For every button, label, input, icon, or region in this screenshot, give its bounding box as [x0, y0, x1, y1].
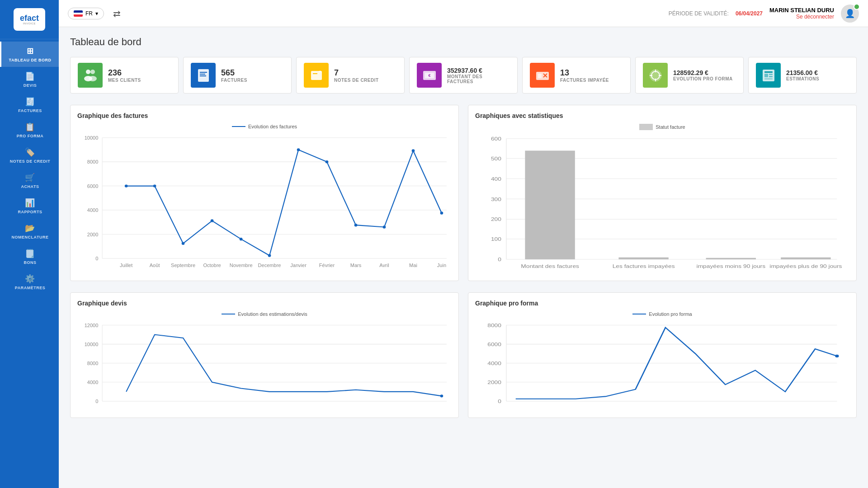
clients-icon-box: [78, 63, 103, 88]
chart-proforma-title: Graphique pro forma: [475, 300, 849, 307]
sidebar-item-label: NOMENCLATURE: [12, 235, 49, 239]
impayee-number: 13: [560, 68, 609, 78]
stat-card-factures[interactable]: 565 FACTURES: [183, 57, 292, 94]
parametres-icon: ⚙️: [25, 274, 35, 284]
chart-proforma-legend: Evolution pro forma: [475, 311, 849, 317]
stat-card-montant[interactable]: € 352937.60 € MONTANT DES FACTURES: [409, 57, 518, 94]
notes-icon: 🏷️: [25, 147, 35, 157]
lang-button[interactable]: FR ▾: [68, 8, 104, 19]
svg-point-65: [412, 149, 415, 152]
notes-icon-box: [304, 63, 329, 88]
nomenclature-icon: 📂: [25, 223, 35, 233]
svg-text:100: 100: [491, 237, 501, 242]
svg-point-55: [125, 184, 128, 187]
sidebar-item-bons[interactable]: 🗒️ BONS: [0, 244, 59, 269]
header-right: PÉRIODE DE VALIDITÉ: 06/04/2027 MARIN ST…: [669, 5, 859, 23]
svg-text:Février: Février: [319, 263, 335, 268]
devis-icon: 📄: [25, 71, 35, 81]
sidebar-item-devis[interactable]: 📄 DEVIS: [0, 67, 59, 92]
sidebar-item-label: PRO FORMA: [17, 134, 44, 138]
svg-text:4000: 4000: [87, 380, 99, 385]
svg-point-64: [383, 225, 386, 228]
svg-text:impayées plus de 90 jours: impayées plus de 90 jours: [769, 264, 842, 269]
sidebar-item-pro-forma[interactable]: 📋 PRO FORMA: [0, 117, 59, 143]
chart-devis-title: Graphique devis: [77, 300, 452, 307]
chart-stats-legend: Statut facture: [475, 124, 849, 130]
transfer-icon[interactable]: ⇄: [113, 8, 121, 19]
svg-point-0: [86, 70, 90, 74]
sidebar-item-notes-de-credit[interactable]: 🏷️ NOTES DE CREDIT: [0, 143, 59, 168]
proforma-legend-icon: [632, 314, 646, 314]
header-left: FR ▾ ⇄: [68, 8, 121, 19]
sidebar-item-label: RAPPORTS: [18, 210, 42, 214]
svg-text:Mars: Mars: [350, 263, 362, 268]
svg-rect-9: [313, 73, 317, 74]
charts-row-bottom: Graphique devis Evolution des estimation…: [70, 292, 857, 418]
svg-text:4000: 4000: [87, 207, 99, 213]
user-info: MARIN STELIAN DURU Se déconnecter: [769, 7, 834, 20]
svg-rect-28: [769, 76, 773, 77]
logo: efact INVOICE: [0, 0, 59, 39]
rapports-icon: 📊: [25, 198, 35, 208]
svg-text:Novembre: Novembre: [230, 263, 253, 268]
proforma-icon: 📋: [25, 122, 35, 132]
sidebar-item-label: DEVIS: [24, 83, 37, 88]
svg-text:10000: 10000: [85, 342, 99, 347]
chart-stats: Graphiques avec statistiques Statut fact…: [468, 105, 857, 281]
clients-label: MES CLIENTS: [108, 78, 141, 83]
factures-icon-box: [191, 63, 216, 88]
factures-svg: 0 2000 4000 6000 8000 10000 Juillet Août…: [77, 133, 452, 273]
content-area: Tableau de bord 236 MES CLIENTS: [59, 27, 868, 488]
svg-text:8000: 8000: [87, 160, 99, 165]
montant-label: MONTANT DES FACTURES: [447, 74, 510, 84]
sidebar-item-tableau-de-bord[interactable]: ⊞ TABLEAU DE BORD: [0, 42, 59, 67]
chart-proforma-area: 0 2000 4000 6000 8000: [475, 320, 849, 411]
svg-text:0: 0: [498, 399, 501, 404]
chart-proforma-legend-label: Evolution pro forma: [649, 311, 692, 317]
sidebar-item-nomenclature[interactable]: 📂 NOMENCLATURE: [0, 219, 59, 244]
sidebar: efact INVOICE ⊞ TABLEAU DE BORD 📄 DEVIS …: [0, 0, 59, 488]
legend-bar-icon: [639, 124, 653, 130]
svg-rect-15: [538, 74, 542, 78]
sidebar-item-label: TABLEAU DE BORD: [9, 58, 52, 62]
svg-point-1: [90, 70, 95, 74]
svg-text:8000: 8000: [487, 323, 501, 328]
svg-text:6000: 6000: [87, 183, 99, 189]
avatar[interactable]: 👤: [841, 5, 859, 23]
stat-card-notes-credit[interactable]: 7 NOTES DE CREDIT: [296, 57, 405, 94]
clients-number: 236: [108, 68, 141, 78]
sidebar-item-rapports[interactable]: 📊 RAPPORTS: [0, 193, 59, 219]
svg-text:Septembre: Septembre: [171, 263, 195, 268]
bar-impayes: [618, 258, 668, 259]
logout-link[interactable]: Se déconnecter: [796, 14, 834, 20]
montant-icon: €: [421, 67, 438, 84]
estimations-info: 21356.00 € ESTIMATIONS: [786, 69, 819, 81]
svg-text:10000: 10000: [85, 135, 99, 141]
stat-card-impayee[interactable]: 13 FACTURES IMPAYÉE: [522, 57, 631, 94]
svg-text:12000: 12000: [85, 323, 99, 328]
sidebar-item-achats[interactable]: 🛒 ACHATS: [0, 168, 59, 193]
impayee-label: FACTURES IMPAYÉE: [560, 78, 609, 83]
svg-point-63: [354, 224, 358, 226]
stat-card-evolution[interactable]: 128592.29 € EVOLUTION PRO FORMA: [635, 57, 744, 94]
estimations-icon: [760, 67, 777, 84]
svg-rect-24: [763, 70, 774, 81]
sidebar-item-parametres[interactable]: ⚙️ PARAMÈTRES: [0, 269, 59, 295]
evolution-info: 128592.29 € EVOLUTION PRO FORMA: [673, 69, 733, 81]
svg-rect-29: [764, 78, 773, 80]
validity-label: PÉRIODE DE VALIDITÉ:: [669, 10, 729, 17]
stat-card-clients[interactable]: 236 MES CLIENTS: [70, 57, 179, 94]
svg-text:300: 300: [491, 197, 501, 202]
stat-card-estimations[interactable]: 21356.00 € ESTIMATIONS: [748, 57, 857, 94]
chart-stats-area: 0 100 200 300 400 500 600: [475, 134, 849, 274]
svg-point-61: [297, 148, 300, 151]
svg-text:4000: 4000: [487, 361, 501, 366]
factures-number: 565: [221, 68, 247, 78]
sidebar-nav: ⊞ TABLEAU DE BORD 📄 DEVIS 🧾 FACTURES 📋 P…: [0, 42, 59, 295]
svg-rect-27: [769, 74, 773, 75]
evolution-icon: [647, 67, 664, 84]
svg-text:Les factures impayées: Les factures impayées: [613, 264, 675, 269]
svg-point-58: [211, 219, 214, 222]
sidebar-item-factures[interactable]: 🧾 FACTURES: [0, 92, 59, 117]
montant-info: 352937.60 € MONTANT DES FACTURES: [447, 67, 510, 84]
